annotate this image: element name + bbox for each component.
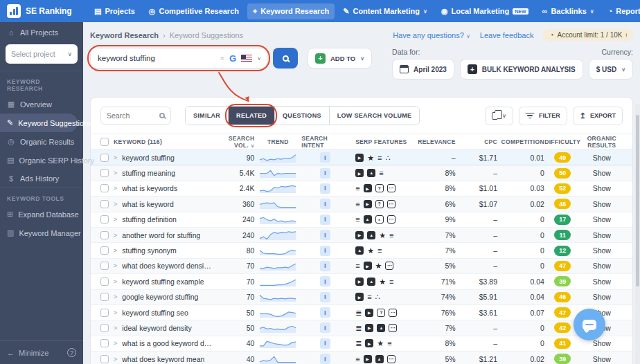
column-keyword[interactable]: KEYWORD (116)	[114, 138, 162, 145]
search-button[interactable]	[273, 48, 298, 69]
expand-chevron-icon[interactable]: >	[114, 154, 117, 161]
row-checkbox[interactable]	[100, 355, 109, 363]
nav-item-backlinks[interactable]: ∞Backlinks∨	[537, 3, 600, 19]
brand[interactable]: SE Ranking	[0, 4, 83, 18]
column-relevance[interactable]: RELEVANCE	[411, 138, 456, 145]
expand-chevron-icon[interactable]: >	[114, 185, 117, 192]
expand-chevron-icon[interactable]: >	[114, 262, 117, 269]
questions-link[interactable]: Have any questions? ∨	[393, 31, 470, 39]
filter-button[interactable]: FILTER	[519, 107, 567, 125]
video-icon: ▶	[355, 293, 364, 301]
help-icon[interactable]: ?	[67, 348, 76, 357]
column-cpc[interactable]: CPC	[456, 138, 497, 145]
relevance-cell: 7%	[411, 231, 456, 239]
organic-show-link[interactable]: Show	[593, 262, 611, 270]
date-picker-button[interactable]: April 2023	[392, 59, 454, 80]
select-all-checkbox[interactable]	[100, 138, 109, 146]
nav-item-competitive-research[interactable]: ◎Competitive Research	[143, 3, 245, 19]
column-search-intent[interactable]: SEARCH INTENT	[301, 135, 348, 149]
organic-show-link[interactable]: Show	[593, 184, 611, 192]
sidebar-item-organic-results[interactable]: ◎Organic Results	[0, 132, 83, 151]
sidebar-item-expand-database[interactable]: ⊞Expand Database	[0, 205, 83, 224]
organic-show-link[interactable]: Show	[593, 154, 611, 162]
tab-similar[interactable]: SIMILAR	[186, 107, 228, 125]
chat-widget-button[interactable]	[574, 309, 605, 340]
row-checkbox[interactable]	[100, 154, 109, 162]
expand-chevron-icon[interactable]: >	[114, 232, 117, 239]
expand-chevron-icon[interactable]: >	[114, 309, 117, 316]
organic-show-link[interactable]: Show	[593, 231, 611, 239]
expand-chevron-icon[interactable]: >	[114, 247, 117, 254]
row-checkbox[interactable]	[100, 262, 109, 270]
row-checkbox[interactable]	[100, 231, 109, 239]
organic-show-link[interactable]: Show	[593, 215, 611, 224]
row-checkbox[interactable]	[100, 339, 109, 347]
column-competition[interactable]: COMPETITION	[497, 138, 544, 145]
nav-item-projects[interactable]: ▤Projects	[89, 3, 141, 19]
organic-show-link[interactable]: Show	[593, 277, 611, 286]
column-serp-features[interactable]: SERP FEATURES	[348, 138, 411, 145]
tab-low-search-volume[interactable]: LOW SEARCH VOLUME	[329, 107, 420, 125]
table-search-input[interactable]	[107, 111, 155, 120]
column-trend[interactable]: TREND	[254, 138, 301, 145]
row-checkbox[interactable]	[100, 293, 109, 301]
list-icon: ≡	[377, 154, 382, 162]
row-checkbox[interactable]	[100, 184, 109, 192]
copy-button[interactable]: ∨	[485, 107, 513, 125]
column-organic-results[interactable]: ORGANIC RESULTS	[581, 135, 623, 149]
tab-related[interactable]: RELATED	[228, 107, 274, 125]
row-checkbox[interactable]	[100, 169, 109, 177]
row-checkbox[interactable]	[100, 277, 109, 286]
clear-icon[interactable]: ×	[220, 54, 224, 62]
chevron-down-icon[interactable]: ∨	[257, 55, 261, 62]
tab-questions[interactable]: QUESTIONS	[274, 107, 329, 125]
sidebar-item-keyword-manager[interactable]: ▥Keyword Manager	[0, 224, 83, 242]
sidebar-item-overview[interactable]: ▦Overview	[0, 95, 83, 113]
minimize-button[interactable]: ←Minimize	[7, 349, 48, 357]
organic-show-link[interactable]: Show	[593, 200, 611, 208]
breadcrumb-keyword-research[interactable]: Keyword Research	[90, 31, 159, 39]
organic-show-link[interactable]: Show	[593, 246, 611, 255]
difficulty-badge: 39	[554, 276, 571, 286]
more-icon: ⋯	[387, 200, 395, 208]
row-checkbox[interactable]	[100, 200, 109, 208]
row-checkbox[interactable]	[100, 246, 109, 255]
volume-cell: 80	[213, 246, 254, 255]
nav-item-report-builder[interactable]: ◔Report Builder	[603, 3, 640, 19]
expand-chevron-icon[interactable]: >	[114, 216, 117, 223]
nav-item-content-marketing[interactable]: ✎Content Marketing∨	[337, 3, 433, 19]
row-checkbox[interactable]	[100, 309, 109, 317]
bulk-keyword-analysis-button[interactable]: +BULK KEYWORD ANALYSIS	[460, 59, 583, 80]
expand-chevron-icon[interactable]: >	[114, 356, 117, 363]
column-difficulty[interactable]: DIFFICULTY	[544, 138, 581, 145]
export-button[interactable]: ↥EXPORT	[573, 107, 623, 125]
select-project-dropdown[interactable]: Select project∨	[6, 44, 78, 64]
us-flag-icon[interactable]	[241, 55, 252, 62]
video-icon: ▶	[364, 200, 372, 208]
expand-chevron-icon[interactable]: >	[114, 278, 117, 285]
organic-show-link[interactable]: Show	[593, 355, 611, 363]
currency-dropdown[interactable]: $ USD∨	[589, 59, 633, 80]
leave-feedback-link[interactable]: Leave feedback	[480, 31, 534, 39]
row-checkbox[interactable]	[100, 324, 109, 332]
organic-show-link[interactable]: Show	[593, 339, 611, 347]
add-to-button[interactable]: + ADD TO ∨	[308, 48, 372, 69]
nav-item-keyword-research[interactable]: ⌖Keyword Research	[247, 3, 335, 19]
header-links: Have any questions? ∨ Leave feedback ◔Ac…	[393, 29, 633, 41]
expand-chevron-icon[interactable]: >	[114, 201, 117, 208]
organic-show-link[interactable]: Show	[593, 293, 611, 301]
sidebar-item-keyword-suggestions[interactable]: ✎Keyword Suggestions	[0, 113, 78, 132]
sidebar-item-ads-history[interactable]: $Ads History	[0, 170, 83, 188]
expand-chevron-icon[interactable]: >	[114, 340, 117, 347]
sidebar-item-all-projects[interactable]: ⌂All Projects	[0, 22, 83, 43]
expand-chevron-icon[interactable]: >	[114, 170, 117, 176]
sidebar-item-organic-serp-history[interactable]: ▤Organic SERP History	[0, 151, 83, 170]
organic-show-link[interactable]: Show	[593, 169, 611, 177]
scrollbar-thumb[interactable]	[636, 115, 639, 286]
expand-chevron-icon[interactable]: >	[114, 325, 117, 331]
expand-chevron-icon[interactable]: >	[114, 293, 117, 300]
row-checkbox[interactable]	[100, 215, 109, 224]
keyword-search-input[interactable]	[98, 54, 215, 62]
column-search-vol[interactable]: SEARCH VOL.∨	[213, 135, 254, 149]
nav-item-local-marketing[interactable]: ◉Local MarketingNEW	[436, 3, 534, 19]
